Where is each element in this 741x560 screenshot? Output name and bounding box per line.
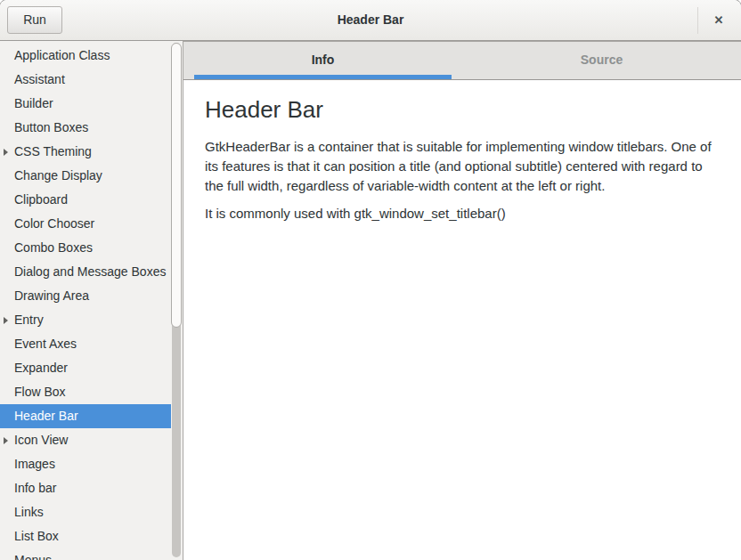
application-window: Run Header Bar ✕ Application ClassAssist…	[0, 0, 741, 560]
list-item[interactable]: Expander	[0, 356, 171, 380]
list-item-label: List Box	[14, 529, 59, 543]
expander-arrow-icon[interactable]	[4, 317, 8, 324]
list-item[interactable]: CSS Theming	[0, 140, 171, 164]
list-item[interactable]: Dialog and Message Boxes	[0, 260, 171, 284]
usage-paragraph: It is commonly used with gtk_window_set_…	[205, 204, 720, 223]
titlebar-separator	[697, 7, 698, 34]
scrollbar-slider[interactable]	[171, 43, 182, 328]
info-page: Header Bar GtkHeaderBar is a container t…	[183, 80, 741, 248]
list-item-label: Clipboard	[14, 192, 68, 207]
expander-arrow-icon[interactable]	[4, 149, 8, 156]
list-item[interactable]: Images	[0, 452, 171, 476]
list-item-label: Links	[14, 505, 44, 519]
list-item[interactable]: Assistant	[0, 68, 171, 92]
tab-source[interactable]: Source	[462, 42, 741, 79]
list-item[interactable]: Color Chooser	[0, 212, 171, 236]
list-item[interactable]: Button Boxes	[0, 116, 171, 140]
list-item[interactable]: Clipboard	[0, 188, 171, 212]
window-title: Header Bar	[0, 0, 741, 40]
list-item-label: Change Display	[14, 168, 102, 183]
list-item[interactable]: List Box	[0, 524, 171, 548]
demo-list: Application ClassAssistantBuilderButton …	[0, 41, 183, 560]
list-item[interactable]: Drawing Area	[0, 284, 171, 308]
list-item-label: Info bar	[14, 481, 56, 495]
list-item-label: Images	[14, 457, 55, 471]
list-item-label: Builder	[14, 96, 53, 110]
list-item-label: Drawing Area	[14, 288, 89, 303]
list-item[interactable]: Menus	[0, 548, 171, 560]
list-item-label: Dialog and Message Boxes	[14, 264, 166, 279]
list-item[interactable]: Builder	[0, 92, 171, 116]
expander-arrow-icon[interactable]	[4, 437, 8, 444]
tab-info-label: Info	[312, 53, 335, 67]
close-icon: ✕	[714, 13, 724, 27]
list-item-label: Button Boxes	[14, 120, 88, 134]
list-item-label: Assistant	[14, 72, 65, 86]
list-item[interactable]: Info bar	[0, 476, 171, 500]
list-item[interactable]: Event Axes	[0, 332, 171, 356]
list-item-label: Header Bar	[14, 409, 78, 423]
tab-info[interactable]: Info	[183, 42, 462, 79]
list-item-label: Combo Boxes	[14, 240, 93, 255]
list-item[interactable]: Application Class	[0, 44, 171, 68]
active-tab-indicator	[194, 75, 452, 79]
list-item-label: Expander	[14, 361, 68, 375]
list-item-label: Event Axes	[14, 337, 77, 351]
tab-source-label: Source	[581, 53, 623, 67]
main-area: Application ClassAssistantBuilderButton …	[0, 41, 741, 560]
list-item[interactable]: Combo Boxes	[0, 236, 171, 260]
header-bar: Run Header Bar ✕	[0, 0, 741, 41]
content-pane: Info Source Header Bar GtkHeaderBar is a…	[183, 41, 741, 560]
close-button[interactable]: ✕	[705, 0, 732, 40]
list-item[interactable]: Links	[0, 500, 171, 524]
list-item-label: Application Class	[14, 48, 110, 62]
list-item-label: Icon View	[14, 433, 68, 447]
list-item-label: Color Chooser	[14, 216, 94, 231]
list-item[interactable]: Entry	[0, 308, 171, 332]
page-title: Header Bar	[205, 96, 720, 124]
sidebar-scrollbar[interactable]	[171, 41, 183, 560]
list-item[interactable]: Change Display	[0, 164, 171, 188]
description-paragraph: GtkHeaderBar is a container that is suit…	[205, 137, 720, 196]
list-item-label: Flow Box	[14, 385, 66, 399]
list-item-label: CSS Theming	[14, 144, 92, 158]
list-item[interactable]: Header Bar	[0, 404, 171, 428]
notebook-tabbar: Info Source	[183, 41, 741, 80]
list-item-label: Entry	[14, 312, 44, 327]
list-item[interactable]: Icon View	[0, 428, 171, 452]
list-item-label: Menus	[14, 553, 52, 560]
demo-sidebar: Application ClassAssistantBuilderButton …	[0, 41, 183, 560]
list-item[interactable]: Flow Box	[0, 380, 171, 404]
